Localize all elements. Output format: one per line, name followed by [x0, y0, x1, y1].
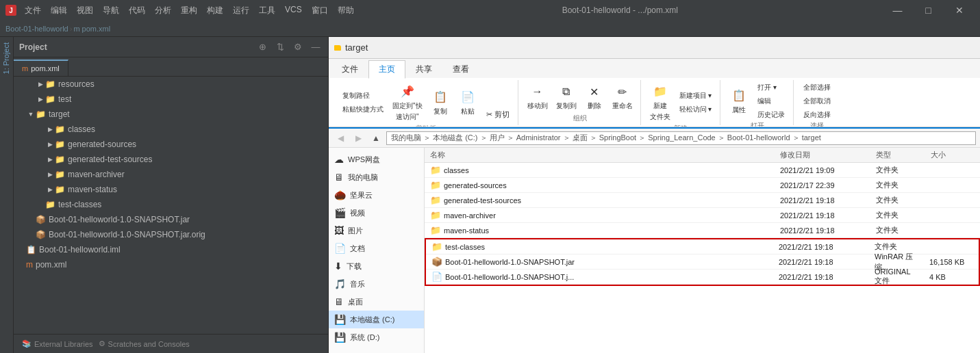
btn-move-to[interactable]: → 移动到: [524, 81, 551, 113]
table-row[interactable]: 📁generated-sources2021/2/17 22:39文件夹: [425, 178, 980, 193]
tree-item-target[interactable]: ▼ 📁 target: [14, 107, 328, 122]
nav-downloads[interactable]: ⬇ 下载: [329, 257, 424, 275]
btn-edit[interactable]: 编辑: [753, 95, 789, 107]
tree-item-gen-test-sources[interactable]: ▶ 📁 generated-test-sources: [14, 152, 328, 167]
btn-rename[interactable]: ✏ 重命名: [609, 81, 636, 113]
docs-icon: 📄: [334, 243, 346, 254]
ide-panel: Project ⊕ ⇅ ⚙ — m pom.xml ▶ 📁 resources: [14, 37, 329, 353]
menu-bar[interactable]: 文件 编辑 视图 导航 代码 分析 重构 构建 运行 工具 VCS 窗口 帮助: [21, 3, 358, 18]
nav-local-disk-c[interactable]: 💾 本地磁盘 (C:): [329, 311, 424, 328]
menu-view[interactable]: 视图: [73, 3, 97, 18]
nav-pictures[interactable]: 🖼 图片: [329, 222, 424, 239]
menu-tools[interactable]: 工具: [255, 3, 279, 18]
btn-select-all[interactable]: 全部选择: [799, 81, 835, 94]
nav-forward-button[interactable]: ▶: [351, 131, 366, 146]
tree-item-pom[interactable]: m pom.xml: [14, 257, 328, 272]
btn-invert-select[interactable]: 反向选择: [799, 109, 835, 121]
btn-paste-shortcut[interactable]: 粘贴快捷方式: [338, 103, 388, 116]
menu-build[interactable]: 构建: [203, 3, 227, 18]
btn-paste[interactable]: 📄 粘贴: [455, 87, 481, 118]
ribbon-group-open: 📋 属性 打开 ▾ 编辑 历史记录 打开: [722, 80, 794, 125]
sidebar-item-project[interactable]: 1: Project: [0, 37, 13, 79]
btn-delete[interactable]: ✕ 删除: [581, 81, 607, 113]
nav-mypc[interactable]: 🖥 我的电脑: [329, 168, 424, 186]
nav-desktop[interactable]: 🖥 桌面: [329, 293, 424, 311]
nav-jianguo[interactable]: 🌰 坚果云: [329, 186, 424, 204]
file-tree[interactable]: ▶ 📁 resources ▶ 📁 test ▼ 📁 target ▶: [14, 77, 328, 334]
nav-up-button[interactable]: ▲: [368, 131, 384, 146]
table-row[interactable]: 📄Boot-01-helloworld-1.0-SNAPSHOT.j...202…: [426, 270, 979, 285]
ext-lib-label: External Libraries: [34, 340, 93, 348]
address-path[interactable]: 我的电脑 ＞ 本地磁盘 (C:) ＞ 用户 ＞ Administrator ＞ …: [386, 131, 976, 145]
scratches-item[interactable]: ⚙ Scratches and Consoles: [96, 339, 192, 348]
tree-item-jar-orig[interactable]: 📦 Boot-01-helloworld-1.0-SNAPSHOT.jar.or…: [14, 227, 328, 242]
breadcrumb-project[interactable]: Boot-01-helloworld: [5, 25, 68, 33]
menu-file[interactable]: 文件: [21, 3, 45, 18]
btn-cut[interactable]: ✂ 剪切: [482, 108, 514, 121]
file-list-area: ☁ WPS网盘 🖥 我的电脑 🌰 坚果云 🎬 视频 🖼 图片: [329, 148, 980, 353]
jianguo-icon: 🌰: [334, 189, 346, 200]
tab-pom-xml[interactable]: m pom.xml: [14, 60, 68, 76]
tree-item-classes[interactable]: ▶ 📁 classes: [14, 122, 328, 137]
cut-icon: ✂: [486, 110, 492, 119]
ribbon-tab-view[interactable]: 查看: [442, 60, 479, 78]
btn-copy[interactable]: 📋 复制: [427, 87, 453, 118]
minimize-button[interactable]: —: [882, 0, 913, 21]
btn-properties[interactable]: 📋 属性: [726, 86, 752, 117]
iml-icon: 📋: [26, 245, 36, 254]
btn-new-item[interactable]: 新建项目 ▾: [675, 90, 716, 102]
tree-item-gen-sources[interactable]: ▶ 📁 generated-sources: [14, 137, 328, 152]
btn-deselect-all[interactable]: 全部取消: [799, 95, 835, 107]
tree-item-resources[interactable]: ▶ 📁 resources: [14, 77, 328, 92]
table-row[interactable]: 📁maven-archiver2021/2/21 19:18文件夹: [425, 208, 980, 223]
file-name: generated-test-sources: [444, 196, 521, 205]
table-row[interactable]: 📁generated-test-sources2021/2/21 19:18文件…: [425, 193, 980, 208]
scope-icon[interactable]: ⊕: [255, 40, 269, 54]
tree-item-test-classes[interactable]: 📁 test-classes: [14, 197, 328, 212]
menu-navigate[interactable]: 导航: [99, 3, 123, 18]
tree-item-maven-archiver[interactable]: ▶ 📁 maven-archiver: [14, 167, 328, 182]
nav-docs[interactable]: 📄 文档: [329, 239, 424, 257]
btn-easy-access[interactable]: 轻松访问 ▾: [675, 103, 716, 116]
tree-item-iml[interactable]: 📋 Boot-01-helloworld.iml: [14, 242, 328, 257]
table-row[interactable]: 📁classes2021/2/21 19:09文件夹: [425, 163, 980, 178]
ribbon-tab-share[interactable]: 共享: [405, 60, 442, 78]
btn-pin[interactable]: 📌 固定到"快 速访问": [389, 81, 426, 124]
nav-wps[interactable]: ☁ WPS网盘: [329, 151, 424, 168]
nav-music[interactable]: 🎵 音乐: [329, 275, 424, 293]
hide-icon[interactable]: —: [309, 40, 323, 54]
menu-window[interactable]: 窗口: [307, 3, 332, 18]
table-row[interactable]: 📁maven-status2021/2/21 19:18文件夹: [425, 223, 980, 238]
layout-icon[interactable]: ⇅: [273, 40, 287, 54]
folder-title: target: [345, 42, 368, 53]
external-libraries-item[interactable]: 📚 External Libraries: [19, 339, 96, 348]
menu-run[interactable]: 运行: [229, 3, 253, 18]
maximize-button[interactable]: □: [913, 0, 944, 21]
tree-item-test[interactable]: ▶ 📁 test: [14, 92, 328, 107]
ribbon-tab-home[interactable]: 主页: [368, 60, 405, 79]
btn-copy-path[interactable]: 复制路径: [338, 90, 388, 102]
ribbon-tab-file[interactable]: 文件: [331, 60, 368, 78]
menu-help[interactable]: 帮助: [334, 3, 358, 18]
nav-back-button[interactable]: ◀: [333, 131, 348, 146]
menu-analyze[interactable]: 分析: [151, 3, 175, 18]
nav-video[interactable]: 🎬 视频: [329, 204, 424, 222]
breadcrumb-file[interactable]: m pom.xml: [73, 25, 110, 33]
settings-icon[interactable]: ⚙: [291, 40, 305, 54]
tree-item-maven-status[interactable]: ▶ 📁 maven-status: [14, 182, 328, 197]
ribbon-tabs: 文件 主页 共享 查看: [329, 59, 980, 78]
btn-copy-to[interactable]: ⧉ 复制到: [553, 81, 580, 113]
pin-icon: 📌: [399, 83, 416, 100]
menu-edit[interactable]: 编辑: [47, 3, 71, 18]
btn-new-folder[interactable]: 📁 新建 文件夹: [646, 81, 674, 124]
tree-item-jar[interactable]: 📦 Boot-01-helloworld-1.0-SNAPSHOT.jar: [14, 212, 328, 227]
tree-label-test-classes: test-classes: [58, 200, 101, 209]
btn-history[interactable]: 历史记录: [753, 109, 789, 121]
menu-code[interactable]: 代码: [125, 3, 149, 18]
btn-open[interactable]: 打开 ▾: [753, 81, 789, 94]
menu-vcs[interactable]: VCS: [281, 3, 306, 18]
window-controls[interactable]: — □ ✕: [882, 0, 975, 21]
menu-refactor[interactable]: 重构: [177, 3, 201, 18]
close-button[interactable]: ✕: [944, 0, 975, 21]
nav-system-d[interactable]: 💾 系统 (D:): [329, 328, 424, 346]
